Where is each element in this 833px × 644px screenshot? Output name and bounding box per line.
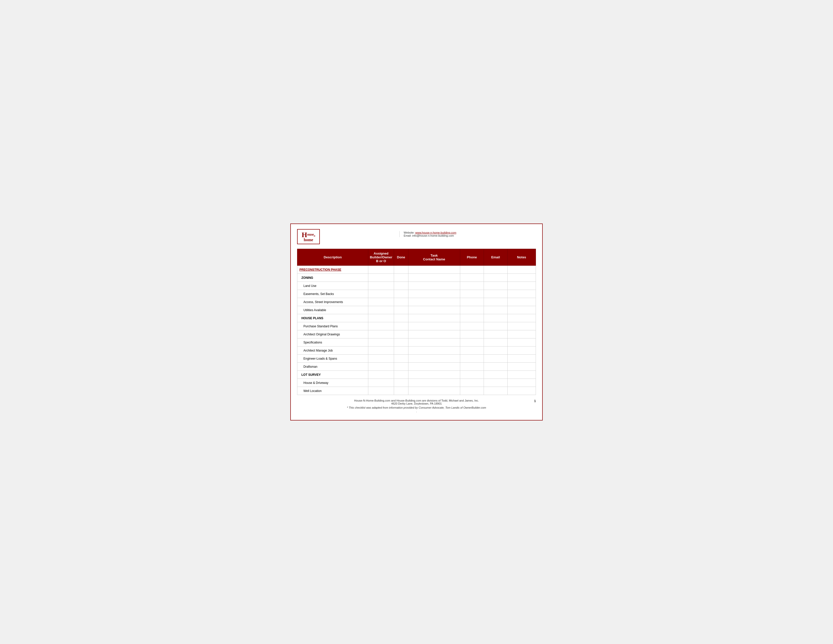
main-table: Description Assigned Builder/Owner B or …: [297, 249, 536, 395]
row-label: Engineer-Loads & Spans: [298, 354, 368, 363]
table-row: Draftsman: [298, 363, 536, 371]
table-row: House & Driveway: [298, 379, 536, 387]
row-label: Draftsman: [298, 363, 368, 371]
table-row: PRECONSTRUCTION PHASE: [298, 266, 536, 274]
row-label: House & Driveway: [298, 379, 368, 387]
section-label: PRECONSTRUCTION PHASE: [298, 266, 368, 274]
table-header-row: Description Assigned Builder/Owner B or …: [298, 249, 536, 266]
table-row: Land Use: [298, 282, 536, 290]
row-label: Easements, Set Backs: [298, 290, 368, 298]
table-row: Specifications: [298, 338, 536, 346]
logo-ouse: ousen: [307, 233, 315, 237]
logo-box: Housen home: [297, 229, 320, 244]
contact-info: Website: www.house-n-home-building.com E…: [399, 231, 456, 237]
assigned-line3: B or O: [376, 259, 386, 263]
table-row: Access, Street Improvements: [298, 298, 536, 306]
logo-home: home: [302, 238, 315, 242]
email-value: info@house-n-home-building.com: [412, 234, 454, 237]
footer-asterisk: * This checklist was adapted from inform…: [297, 406, 536, 409]
assigned-line2: Builder/Owner: [370, 255, 392, 259]
website-label: Website:: [404, 231, 415, 234]
table-row: Utilities Available: [298, 306, 536, 314]
footer-line2: 4620 Derby Lane, Doylestown, PA 18901: [297, 402, 536, 405]
table-row: LOT SURVEY: [298, 371, 536, 379]
assigned-line1: Assigned: [373, 251, 389, 255]
table-row: Easements, Set Backs: [298, 290, 536, 298]
table-row: HOUSE PLANS: [298, 314, 536, 322]
row-label: Purchase Standard Plans: [298, 322, 368, 330]
page-header: Housen home Website: www.house-n-home-bu…: [297, 229, 536, 244]
email-line: Email: info@house-n-home-building.com: [404, 234, 456, 237]
task-line1: Task: [430, 254, 438, 258]
table-body: PRECONSTRUCTION PHASE ZONING Land Use: [298, 266, 536, 395]
table-row: Architect Original Drawings: [298, 330, 536, 338]
subheader-label: HOUSE PLANS: [298, 314, 368, 322]
page-footer: 1 House-N-Home-Building.com and House-Bu…: [297, 399, 536, 413]
logo-area: Housen home: [297, 229, 320, 244]
page-number: 1: [534, 399, 536, 403]
table-row: Architect Manage Job: [298, 346, 536, 354]
row-label: Architect Manage Job: [298, 346, 368, 354]
logo: Housen home: [302, 231, 315, 242]
col-header-assigned: Assigned Builder/Owner B or O: [368, 249, 394, 266]
table-row: Purchase Standard Plans: [298, 322, 536, 330]
subheader-label: ZONING: [298, 274, 368, 282]
subheader-label: LOT SURVEY: [298, 371, 368, 379]
task-line2: Contact Name: [423, 258, 445, 261]
table-row: Well Location: [298, 387, 536, 395]
col-header-description: Description: [298, 249, 368, 266]
footer-dot: .: [297, 410, 536, 413]
page: Housen home Website: www.house-n-home-bu…: [290, 224, 543, 420]
logo-n: n: [314, 234, 315, 237]
footer-line1: House-N-Home-Building.com and House-Buil…: [297, 399, 536, 402]
email-label: Email:: [404, 234, 412, 237]
col-header-notes: Notes: [507, 249, 536, 266]
row-label: Land Use: [298, 282, 368, 290]
row-label: Specifications: [298, 338, 368, 346]
col-header-task: Task Contact Name: [408, 249, 460, 266]
table-row: ZONING: [298, 274, 536, 282]
row-label: Architect Original Drawings: [298, 330, 368, 338]
table-row: Engineer-Loads & Spans: [298, 354, 536, 363]
col-header-phone: Phone: [460, 249, 484, 266]
row-label: Access, Street Improvements: [298, 298, 368, 306]
header-center: Website: www.house-n-home-building.com E…: [320, 229, 536, 237]
website-line: Website: www.house-n-home-building.com: [404, 231, 456, 234]
row-label: Utilities Available: [298, 306, 368, 314]
col-header-done: Done: [394, 249, 408, 266]
row-label: Well Location: [298, 387, 368, 395]
col-header-email: Email: [484, 249, 507, 266]
website-link[interactable]: www.house-n-home-building.com: [415, 231, 457, 234]
